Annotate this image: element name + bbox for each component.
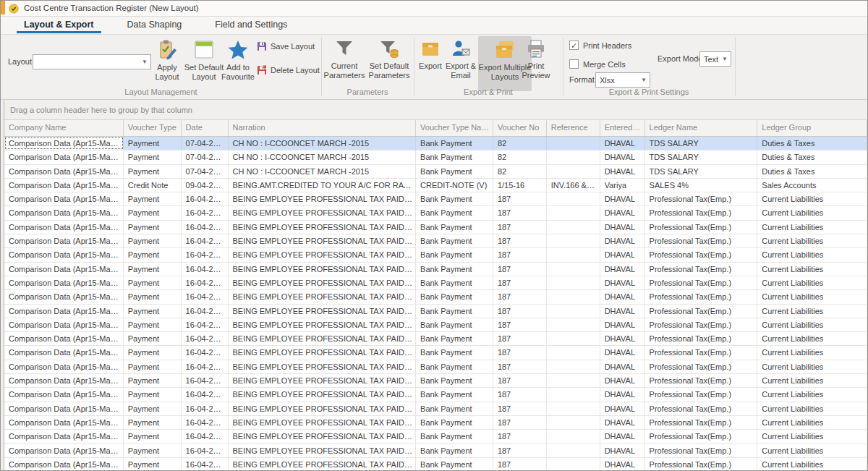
cell: DHAVAL xyxy=(600,458,645,470)
apply-layout-button[interactable]: Apply Layout xyxy=(150,38,184,90)
cell: BEING EMPLOYEE PROFESSIONAL TAX PAID OF … xyxy=(229,402,417,415)
set-default-parameters-label: Set Default Parameters xyxy=(367,61,412,80)
column-header[interactable]: Voucher No xyxy=(493,120,547,136)
table-row[interactable]: Comparison Data (Apr15-Mar17)Credit Note… xyxy=(4,179,867,192)
column-header[interactable]: Ledger Name xyxy=(645,120,758,136)
delete-layout-button[interactable]: Delete Layout xyxy=(257,65,320,75)
layout-combobox[interactable]: ▼ xyxy=(33,54,151,69)
cell: 187 xyxy=(493,192,547,205)
table-row[interactable]: Comparison Data (Apr15-Mar17)Payment16-0… xyxy=(4,374,867,388)
export-email-button[interactable]: Export & Email xyxy=(445,38,477,90)
tab-data-shaping[interactable]: Data Shaping xyxy=(117,17,192,34)
column-header[interactable]: Ledger Group xyxy=(757,120,867,136)
table-row[interactable]: Comparison Data (Apr15-Mar17)Payment16-0… xyxy=(4,221,867,234)
cell: 16-04-2015 xyxy=(182,374,229,387)
column-header[interactable]: Voucher Type Name xyxy=(416,120,493,136)
cell: 187 xyxy=(493,276,547,289)
cell: Current Liabilities xyxy=(757,374,867,387)
cell: BEING EMPLOYEE PROFESSIONAL TAX PAID OF … xyxy=(229,332,417,345)
table-row[interactable]: Comparison Data (Apr15-Mar17)Payment07-0… xyxy=(4,137,867,150)
cell: 16-04-2015 xyxy=(182,192,229,205)
title-bar: Cost Centre Transaction Register (New La… xyxy=(1,1,867,17)
cell: Bank Payment xyxy=(416,221,493,234)
cell xyxy=(547,388,600,401)
table-row[interactable]: Comparison Data (Apr15-Mar17)Payment16-0… xyxy=(4,248,867,262)
cell: 16-04-2015 xyxy=(182,458,229,470)
table-row[interactable]: Comparison Data (Apr15-Mar17)Payment16-0… xyxy=(4,263,867,276)
group-by-drop-zone[interactable]: Drag a column header here to group by th… xyxy=(4,101,867,120)
check-icon: ✓ xyxy=(571,41,577,50)
cell: Current Liabilities xyxy=(757,206,867,219)
table-row[interactable]: Comparison Data (Apr15-Mar17)Payment16-0… xyxy=(4,444,867,458)
table-row[interactable]: Comparison Data (Apr15-Mar17)Payment16-0… xyxy=(4,318,867,332)
table-row[interactable]: Comparison Data (Apr15-Mar17)Payment16-0… xyxy=(4,402,867,416)
set-default-parameters-button[interactable]: Set Default Parameters xyxy=(367,38,412,90)
cell: DHAVAL xyxy=(600,248,645,261)
cell xyxy=(547,206,600,219)
table-row[interactable]: Comparison Data (Apr15-Mar17)Payment16-0… xyxy=(4,416,867,430)
cell: DHAVAL xyxy=(600,192,645,205)
cell: Bank Payment xyxy=(416,332,493,345)
table-row[interactable]: Comparison Data (Apr15-Mar17)Payment07-0… xyxy=(4,150,867,164)
cell: Current Liabilities xyxy=(757,430,867,443)
save-layout-button[interactable]: Save Layout xyxy=(257,41,315,51)
print-preview-button[interactable]: Print Preview xyxy=(517,38,555,90)
cell: Comparison Data (Apr15-Mar17) xyxy=(4,402,124,415)
print-headers-checkbox-row[interactable]: ✓ Print Headers xyxy=(569,41,631,50)
table-row[interactable]: Comparison Data (Apr15-Mar17)Payment16-0… xyxy=(4,388,867,402)
column-header[interactable]: Date xyxy=(182,120,229,136)
tab-field-and-settings[interactable]: Field and Settings xyxy=(205,17,297,34)
cell: Payment xyxy=(124,458,182,470)
cell: Current Liabilities xyxy=(757,263,867,276)
cell: 187 xyxy=(493,374,547,387)
cell: Current Liabilities xyxy=(757,318,867,331)
column-header[interactable]: Reference xyxy=(547,120,600,136)
table-row[interactable]: Comparison Data (Apr15-Mar17)Payment16-0… xyxy=(4,430,867,444)
cell: Comparison Data (Apr15-Mar17) xyxy=(4,444,124,457)
cell: Professional Tax(Emp.) xyxy=(645,388,758,401)
cell: DHAVAL xyxy=(600,305,645,318)
cell: 1/15-16 xyxy=(493,179,547,192)
cell: 16-04-2015 xyxy=(182,276,229,289)
cell: BEING EMPLOYEE PROFESSIONAL TAX PAID OF … xyxy=(229,192,417,205)
merge-cells-checkbox[interactable]: ✓ xyxy=(569,59,579,69)
column-header[interactable]: Narration xyxy=(229,120,417,136)
tab-layout-export[interactable]: Layout & Export xyxy=(14,17,104,34)
add-to-favourite-button[interactable]: Add to Favourite xyxy=(219,38,257,90)
table-row[interactable]: Comparison Data (Apr15-Mar17)Payment16-0… xyxy=(4,276,867,290)
format-combobox[interactable]: Xlsx ▼ xyxy=(595,72,650,88)
table-row[interactable]: Comparison Data (Apr15-Mar17)Payment07-0… xyxy=(4,165,867,179)
table-row[interactable]: Comparison Data (Apr15-Mar17)Payment16-0… xyxy=(4,206,867,220)
merge-cells-label: Merge Cells xyxy=(583,60,626,69)
table-row[interactable]: Comparison Data (Apr15-Mar17)Payment16-0… xyxy=(4,305,867,318)
cell: Duties & Taxes xyxy=(757,137,867,150)
table-row[interactable]: Comparison Data (Apr15-Mar17)Payment16-0… xyxy=(4,346,867,360)
cell: Bank Payment xyxy=(416,346,493,359)
column-header[interactable]: Company Name xyxy=(4,120,124,136)
cell: DHAVAL xyxy=(600,150,645,164)
cell: DHAVAL xyxy=(600,234,645,247)
current-parameters-button[interactable]: Current Parameters xyxy=(323,38,365,90)
table-row[interactable]: Comparison Data (Apr15-Mar17)Payment16-0… xyxy=(4,360,867,374)
print-headers-checkbox[interactable]: ✓ xyxy=(569,41,579,50)
cell: Comparison Data (Apr15-Mar17) xyxy=(4,458,124,470)
cell: TDS SALARY xyxy=(645,137,758,150)
cell: BEING EMPLOYEE PROFESSIONAL TAX PAID OF … xyxy=(229,234,417,247)
table-row[interactable]: Comparison Data (Apr15-Mar17)Payment16-0… xyxy=(4,290,867,304)
column-header[interactable]: Voucher Type xyxy=(124,120,182,136)
table-row[interactable]: Comparison Data (Apr15-Mar17)Payment16-0… xyxy=(4,192,867,206)
table-row[interactable]: Comparison Data (Apr15-Mar17)Payment16-0… xyxy=(4,234,867,248)
table-row[interactable]: Comparison Data (Apr15-Mar17)Payment16-0… xyxy=(4,332,867,346)
merge-cells-checkbox-row[interactable]: ✓ Merge Cells xyxy=(569,59,626,69)
cell: Bank Payment xyxy=(416,137,493,150)
cell xyxy=(547,402,600,415)
export-mode-combobox[interactable]: Text ▼ xyxy=(699,51,731,67)
cell: 187 xyxy=(493,206,547,219)
table-row[interactable]: Comparison Data (Apr15-Mar17)Payment16-0… xyxy=(4,458,867,470)
export-button[interactable]: Export xyxy=(416,38,445,90)
cell: 16-04-2015 xyxy=(182,346,229,359)
export-box-icon xyxy=(420,39,441,59)
chevron-down-icon: ▼ xyxy=(638,77,650,83)
cell: BEING EMPLOYEE PROFESSIONAL TAX PAID OF … xyxy=(229,318,417,331)
column-header[interactable]: Entered By xyxy=(600,120,645,136)
